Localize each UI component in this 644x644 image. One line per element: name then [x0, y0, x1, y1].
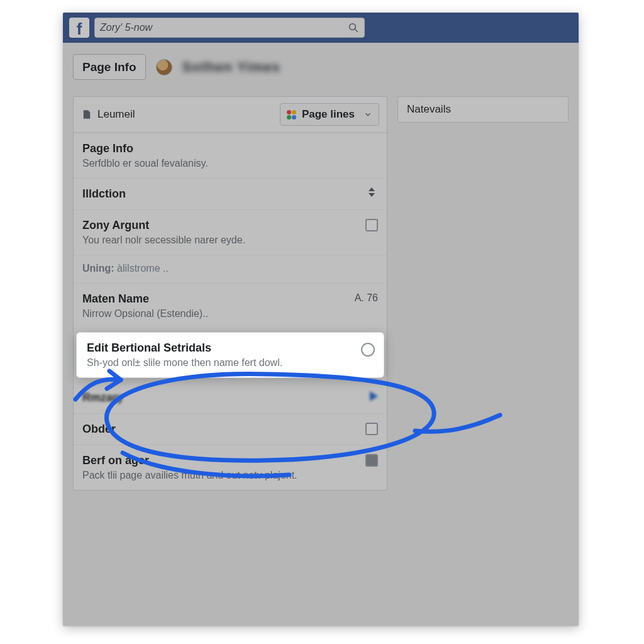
color-dots-icon — [287, 109, 297, 119]
section-subtitle: Serfdblo er soual fevalanisy. — [82, 158, 378, 169]
checkbox[interactable] — [365, 423, 378, 435]
section-berf-on-ager[interactable]: Berf on ager Pack tlii page availies mut… — [74, 445, 387, 490]
page-lines-dropdown[interactable]: Page lines — [280, 103, 379, 126]
edit-bertional-setridals-row[interactable]: Edit Bertional Setridals Sh-yod onl± sli… — [76, 332, 384, 378]
section-subtitle: Nirrow Opsional (Estendie).. — [82, 308, 378, 319]
avatar[interactable] — [156, 59, 172, 75]
search-icon[interactable] — [348, 22, 359, 33]
section-illdction[interactable]: Illdction — [74, 178, 387, 209]
section-title: Berf on ager — [82, 454, 378, 467]
page-header: Page Info Sothen Yimes — [63, 43, 579, 96]
page-title-blurred: Sothen Yimes — [182, 59, 280, 75]
section-rmrry[interactable]: Rmzary — [74, 382, 387, 413]
section-title: Illdction — [82, 187, 378, 201]
checkbox[interactable] — [365, 454, 378, 467]
content-columns: Leumeil Page lines Page Info Serfdblo er… — [63, 96, 579, 503]
badge-a76: A. 76 — [355, 292, 378, 304]
panel-header: Leumeil Page lines — [74, 97, 387, 133]
section-obder[interactable]: Obder — [74, 413, 387, 445]
section-title: Zony Argunt — [82, 219, 378, 232]
svg-line-1 — [355, 29, 358, 32]
section-title: Maten Name — [82, 292, 378, 306]
search-input[interactable] — [100, 22, 348, 33]
uning-label: Uning: — [82, 263, 114, 274]
left-column: Leumeil Page lines Page Info Serfdblo er… — [73, 96, 387, 491]
svg-point-0 — [350, 24, 356, 30]
highlight-title: Edit Bertional Setridals — [87, 341, 374, 355]
radio-button[interactable] — [361, 343, 375, 357]
section-page-info[interactable]: Page Info Serfdblo er soual fevalanisy. — [74, 133, 387, 178]
natevails-panel[interactable]: Natevails — [397, 96, 569, 123]
settings-panel: Leumeil Page lines Page Info Serfdblo er… — [73, 96, 387, 491]
checkbox[interactable] — [365, 219, 378, 231]
facebook-logo-icon[interactable]: f — [69, 18, 89, 38]
page-lines-label: Page lines — [302, 108, 355, 121]
uning-row: Uning: àlilstrome .. — [74, 255, 387, 283]
sort-icon[interactable] — [365, 187, 378, 199]
section-title: Rmzary — [82, 391, 378, 404]
uning-value: àlilstrome .. — [117, 263, 169, 274]
section-maten-name[interactable]: Maten Name Nirrow Opsional (Estendie).. … — [74, 283, 387, 328]
play-icon[interactable] — [370, 391, 378, 401]
section-subtitle: You rearl nolr secessible narer eyde. — [82, 235, 378, 246]
section-zony-argunt[interactable]: Zony Argunt You rearl nolr secessible na… — [74, 209, 387, 255]
app-window: f Page Info Sothen Yimes Leumeil — [63, 13, 579, 626]
chevron-down-icon — [364, 110, 372, 119]
page-info-button[interactable]: Page Info — [73, 54, 146, 80]
natevails-label: Natevails — [407, 103, 451, 116]
panel-header-label: Leumeil — [97, 108, 135, 121]
right-column: Natevails — [397, 96, 569, 491]
section-subtitle: Pack tlii page availies muth and out not… — [82, 470, 378, 481]
section-title: Page Info — [82, 142, 378, 155]
search-field-wrap[interactable] — [94, 18, 365, 38]
highlight-subtitle: Sh-yod onl± slile mone then name fert do… — [87, 357, 374, 369]
top-navbar: f — [63, 13, 579, 43]
section-title: Obder — [82, 423, 378, 436]
page-icon — [81, 109, 92, 120]
